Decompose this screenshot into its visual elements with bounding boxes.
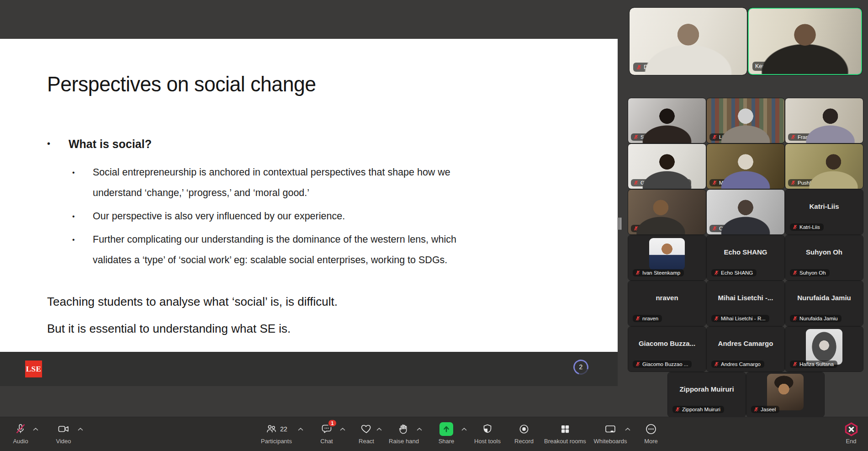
participant-display-name: Nurufaida Jamiu: [785, 294, 863, 302]
shield-icon: [482, 423, 493, 435]
muted-mic-icon: [635, 270, 640, 276]
participant-tile[interactable]: Katri-Liis Katri-Liis: [785, 190, 863, 234]
participant-tile[interactable]: Hafiza Sultana: [785, 327, 863, 371]
participant-tile[interactable]: Gokul Mandayam ...: [628, 144, 706, 189]
avatar: [649, 238, 685, 270]
slide-sub-bullets: Social entrepreneurship is anchored in c…: [72, 162, 456, 273]
participant-tile-active-speaker[interactable]: Kerryn Krige: [748, 8, 862, 75]
participant-tile[interactable]: Zipporah Muiruri Zipporah Muiruri: [668, 372, 746, 417]
muted-mic-icon: [792, 270, 798, 276]
video-button[interactable]: Video: [36, 421, 91, 445]
participant-tile[interactable]: Echo SHANG Echo SHANG: [707, 235, 784, 280]
participant-tile[interactable]: nraven nraven: [628, 281, 706, 326]
muted-mic-icon: [633, 134, 639, 140]
participant-name-label: Danijel Baturina: [633, 63, 688, 72]
slide-bullet: Further complicating our understanding i…: [72, 229, 456, 271]
camera-icon: [58, 423, 69, 435]
muted-mic-icon: [792, 361, 798, 367]
participant-tile[interactable]: Linda Lundgaard ...: [707, 98, 784, 143]
participants-icon: [265, 423, 277, 435]
participant-display-name: Suhyon Oh: [785, 248, 863, 256]
slide-page-indicator: 2: [571, 357, 591, 377]
participant-tile[interactable]: Ivan Steenkamp: [628, 235, 706, 280]
participant-tile[interactable]: Suhyon Oh Suhyon Oh: [785, 235, 863, 280]
participant-display-name: Katri-Liis: [785, 202, 863, 210]
muted-mic-icon: [792, 224, 798, 230]
meeting-toolbar: Audio Video 22 Participants 1 Chat React…: [0, 417, 868, 451]
slide-bullet: Our perspective is also very influenced …: [72, 206, 456, 227]
whiteboard-icon: [604, 423, 616, 435]
slide-bullet-heading: What is social?: [47, 138, 152, 151]
participant-tile[interactable]: Malin Gawell: [707, 144, 784, 189]
muted-mic-icon: [633, 180, 639, 186]
participant-tile[interactable]: Jaseel: [746, 372, 824, 417]
participant-tile[interactable]: Ian Williams: [628, 190, 706, 234]
participant-tile[interactable]: Mihai Lisetchi -... Mihai Lisetchi - R..…: [707, 281, 784, 326]
avatar: [767, 374, 804, 410]
ellipsis-icon: [645, 423, 657, 435]
participant-tile[interactable]: Nurufaida Jamiu Nurufaida Jamiu: [785, 281, 863, 326]
participant-display-name: Echo SHANG: [707, 248, 784, 256]
participant-tile[interactable]: FrankLiekmeier: [785, 98, 863, 143]
muted-mic-icon: [636, 64, 642, 70]
participants-button[interactable]: 22 Participants: [249, 421, 304, 445]
participants-count: 22: [280, 425, 287, 433]
muted-mic-icon: [714, 270, 719, 276]
participant-display-name: Giacomo Buzza...: [628, 340, 706, 347]
participant-tile[interactable]: Sergio Paramo: [628, 98, 706, 143]
record-icon: [518, 423, 530, 435]
screen-share-slide: Perspectives on social change What is so…: [0, 39, 618, 386]
slide-closing-text: Teaching students to analyse what ‘socia…: [47, 288, 338, 342]
panel-resize-handle[interactable]: [619, 218, 621, 230]
slide-footer: LSE 2: [0, 352, 618, 386]
participant-tile[interactable]: Giacomo Buzza... Giacomo Buzzao ...: [628, 327, 706, 371]
end-meeting-button[interactable]: End: [824, 421, 868, 445]
muted-mic-icon: [635, 316, 640, 321]
muted-mic-icon: [712, 180, 717, 186]
participant-name-label: Kerryn Krige: [752, 62, 791, 71]
muted-mic-icon: [633, 226, 639, 231]
more-button[interactable]: More: [624, 421, 678, 445]
slide-page-number: 2: [575, 361, 587, 373]
muted-mic-icon: [790, 134, 796, 140]
lse-logo: LSE: [25, 361, 42, 377]
muted-mic-icon: [714, 361, 719, 367]
participant-display-name: Andres Camargo: [707, 340, 784, 347]
grid-icon: [559, 423, 571, 435]
participant-tile[interactable]: Danijel Baturina: [630, 8, 747, 75]
participant-display-name: Zipporah Muiruri: [668, 385, 746, 393]
heart-icon: [360, 423, 372, 435]
participant-tile[interactable]: Carola Vogel: [707, 190, 784, 234]
raised-hand-icon: [398, 423, 410, 435]
participant-tile[interactable]: Pushkar Aditya: [785, 144, 863, 189]
muted-mic-icon: [712, 134, 717, 140]
slide-title: Perspectives on social change: [47, 72, 316, 96]
muted-mic-icon: [792, 316, 798, 321]
muted-mic-icon: [790, 180, 796, 186]
participant-display-name: nraven: [628, 294, 706, 302]
chat-unread-badge: 1: [328, 419, 337, 427]
avatar: [806, 329, 842, 365]
muted-mic-icon: [753, 407, 759, 412]
slide-bullet: Social entrepreneurship is anchored in c…: [72, 162, 456, 203]
participant-display-name: Mihai Lisetchi -...: [707, 294, 784, 302]
share-screen-icon: [439, 422, 453, 436]
muted-mic-icon: [675, 407, 680, 412]
muted-mic-icon: [635, 361, 640, 367]
video-options-chevron-icon[interactable]: [78, 427, 83, 431]
participant-tile[interactable]: Andres Camargo Andres Camargo: [707, 327, 784, 371]
muted-mic-icon: [712, 226, 717, 231]
muted-mic-icon: [714, 316, 719, 321]
microphone-muted-icon: [15, 423, 26, 435]
end-call-icon: [844, 422, 859, 437]
